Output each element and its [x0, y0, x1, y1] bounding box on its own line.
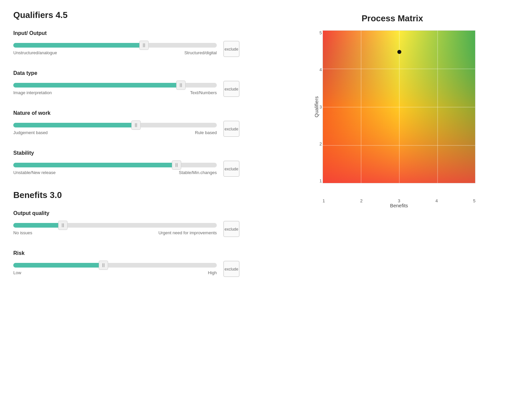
benefits-title: Benefits 3.0 — [13, 190, 239, 200]
slider-fill-nature-of-work — [13, 123, 131, 127]
matrix-gradient-svg — [323, 30, 475, 183]
exclude-button-input-output[interactable]: exclude — [223, 41, 239, 57]
slider-fill-data-type — [13, 83, 176, 88]
slider-label-data-type: Data type — [13, 70, 239, 76]
matrix-title: Process Matrix — [362, 13, 423, 24]
exclude-label-data-type: exclude — [224, 87, 238, 92]
exclude-label-risk: exclude — [224, 267, 238, 272]
slider-labels-risk: LowHigh — [13, 270, 217, 275]
right-panel: Process Matrix Qualifiers 5 4 3 2 1 — [253, 0, 532, 395]
slider-thumb-output-quality[interactable] — [58, 221, 67, 230]
slider-container-data-type: Image interpretationText/Numbersexclude — [13, 81, 239, 97]
slider-labels-data-type: Image interpretationText/Numbers — [13, 90, 217, 95]
slider-labels-stability: Unstable/New releaseStable/Min.changes — [13, 170, 217, 175]
slider-container-stability: Unstable/New releaseStable/Min.changesex… — [13, 161, 239, 177]
exclude-label-nature-of-work: exclude — [224, 127, 238, 131]
slider-row-data-type: Data typeImage interpretationText/Number… — [13, 70, 239, 97]
slider-label-risk: Risk — [13, 250, 239, 256]
exclude-button-data-type[interactable]: exclude — [223, 81, 239, 97]
exclude-button-stability[interactable]: exclude — [223, 161, 239, 177]
data-point — [397, 50, 401, 54]
slider-thumb-input-output[interactable] — [139, 41, 149, 50]
exclude-label-stability: exclude — [224, 167, 238, 171]
slider-right-label-data-type: Text/Numbers — [190, 90, 217, 95]
slider-track-output-quality[interactable] — [13, 223, 217, 228]
slider-left-label-risk: Low — [13, 270, 21, 275]
slider-wrapper-nature-of-work: Judgement basedRule based — [13, 123, 217, 135]
slider-right-label-risk: High — [208, 270, 217, 275]
slider-container-input-output: Unstructured/analogueStructured/digitale… — [13, 41, 239, 57]
slider-right-label-input-output: Structured/digital — [184, 50, 217, 55]
slider-wrapper-stability: Unstable/New releaseStable/Min.changes — [13, 163, 217, 175]
slider-left-label-nature-of-work: Judgement based — [13, 130, 48, 135]
slider-fill-input-output — [13, 43, 139, 48]
slider-thumb-risk[interactable] — [99, 261, 108, 270]
slider-left-label-stability: Unstable/New release — [13, 170, 56, 175]
slider-wrapper-data-type: Image interpretationText/Numbers — [13, 83, 217, 95]
slider-track-stability[interactable] — [13, 163, 217, 167]
slider-track-data-type[interactable] — [13, 83, 217, 88]
slider-wrapper-risk: LowHigh — [13, 263, 217, 275]
slider-container-nature-of-work: Judgement basedRule basedexclude — [13, 121, 239, 137]
slider-wrapper-input-output: Unstructured/analogueStructured/digital — [13, 43, 217, 55]
exclude-label-input-output: exclude — [224, 47, 238, 52]
slider-row-stability: StabilityUnstable/New releaseStable/Min.… — [13, 150, 239, 177]
x-axis-label: Benefits — [323, 203, 475, 208]
slider-left-label-data-type: Image interpretation — [13, 90, 52, 95]
slider-right-label-output-quality: Urgent need for improvements — [158, 230, 217, 235]
slider-fill-output-quality — [13, 223, 58, 228]
slider-left-label-output-quality: No issues — [13, 230, 32, 235]
slider-row-nature-of-work: Nature of workJudgement basedRule basede… — [13, 110, 239, 137]
left-panel: Qualifiers 4.5 Input/ OutputUnstructured… — [0, 0, 253, 395]
slider-label-nature-of-work: Nature of work — [13, 110, 239, 116]
slider-fill-risk — [13, 263, 99, 268]
slider-wrapper-output-quality: No issuesUrgent need for improvements — [13, 223, 217, 235]
slider-label-input-output: Input/ Output — [13, 30, 239, 36]
slider-labels-input-output: Unstructured/analogueStructured/digital — [13, 50, 217, 55]
matrix-chart — [323, 30, 475, 183]
slider-container-output-quality: No issuesUrgent need for improvementsexc… — [13, 221, 239, 237]
slider-right-label-nature-of-work: Rule based — [195, 130, 217, 135]
exclude-button-nature-of-work[interactable]: exclude — [223, 121, 239, 137]
qualifiers-sliders: Input/ OutputUnstructured/analogueStruct… — [13, 30, 239, 177]
slider-track-input-output[interactable] — [13, 43, 217, 48]
exclude-button-output-quality[interactable]: exclude — [223, 221, 239, 237]
matrix-container: Qualifiers 5 4 3 2 1 — [309, 30, 475, 197]
slider-label-output-quality: Output quality — [13, 210, 239, 216]
slider-labels-output-quality: No issuesUrgent need for improvements — [13, 230, 217, 235]
slider-fill-stability — [13, 163, 172, 167]
slider-right-label-stability: Stable/Min.changes — [179, 170, 217, 175]
slider-container-risk: LowHighexclude — [13, 261, 239, 277]
benefits-sliders: Output qualityNo issuesUrgent need for i… — [13, 210, 239, 277]
slider-left-label-input-output: Unstructured/analogue — [13, 50, 57, 55]
slider-label-stability: Stability — [13, 150, 239, 156]
exclude-label-output-quality: exclude — [224, 227, 238, 232]
slider-row-risk: RiskLowHighexclude — [13, 250, 239, 277]
slider-thumb-nature-of-work[interactable] — [131, 120, 141, 130]
slider-track-nature-of-work[interactable] — [13, 123, 217, 127]
slider-row-input-output: Input/ OutputUnstructured/analogueStruct… — [13, 30, 239, 57]
slider-thumb-stability[interactable] — [172, 160, 181, 170]
qualifiers-title: Qualifiers 4.5 — [13, 10, 239, 20]
slider-row-output-quality: Output qualityNo issuesUrgent need for i… — [13, 210, 239, 237]
slider-labels-nature-of-work: Judgement basedRule based — [13, 130, 217, 135]
slider-track-risk[interactable] — [13, 263, 217, 268]
exclude-button-risk[interactable]: exclude — [223, 261, 239, 277]
slider-thumb-data-type[interactable] — [176, 81, 186, 90]
y-ticks: 5 4 3 2 1 — [316, 30, 322, 183]
